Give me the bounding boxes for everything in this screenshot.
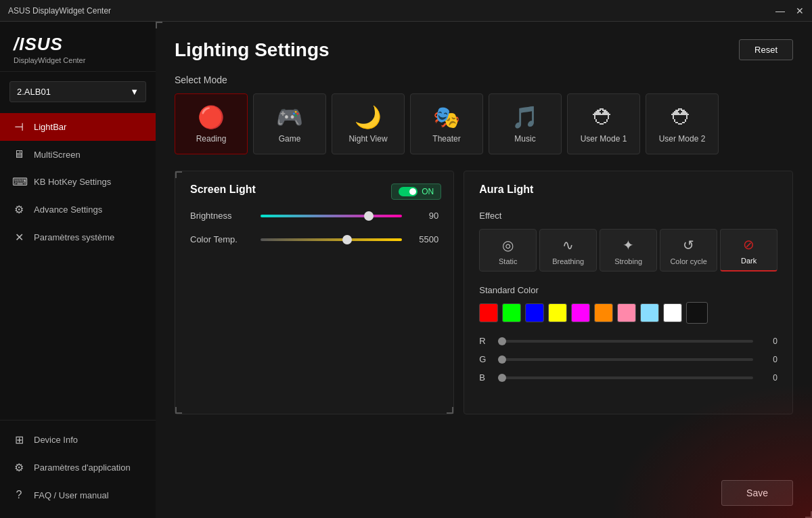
screen-light-panel: Screen Light ON Brightness 90 Color Temp…	[175, 171, 454, 414]
user1-icon: ⛑	[593, 105, 614, 130]
r-slider-row: R 0	[479, 336, 777, 346]
toggle-label: ON	[422, 187, 434, 196]
sidebar-item-device-info[interactable]: ⊞ Device Info	[0, 426, 156, 454]
r-thumb[interactable]	[498, 337, 506, 345]
g-value: 0	[761, 355, 777, 364]
brightness-track[interactable]	[261, 215, 402, 217]
mode-card-user2[interactable]: ⛑ User Mode 2	[646, 93, 719, 154]
color-swatch-custom[interactable]	[686, 302, 708, 324]
lightbar-icon: ⊣	[12, 121, 26, 133]
main-content: Lighting Settings Reset Select Mode 🔴 Re…	[156, 22, 812, 518]
sidebar-label-advance: Advance Settings	[34, 204, 102, 215]
color-temp-track[interactable]	[261, 238, 402, 241]
sidebar-item-advance[interactable]: ⚙ Advance Settings	[0, 196, 156, 223]
user2-label: User Mode 2	[659, 134, 706, 144]
breathing-icon: ∿	[562, 237, 574, 253]
sidebar-label-kb-hotkey: KB HotKey Settings	[34, 177, 111, 187]
save-button[interactable]: Save	[721, 480, 793, 506]
color-temp-thumb[interactable]	[342, 235, 352, 244]
effect-btn-strobing[interactable]: ✦ Strobing	[600, 229, 657, 272]
b-thumb[interactable]	[498, 374, 506, 382]
sidebar: /ISUS DisplayWidget Center 2.ALB01 ▼ ⊣ L…	[0, 22, 156, 518]
sidebar-item-app-settings[interactable]: ⚙ Paramètres d'application	[0, 454, 156, 481]
sidebar-item-lightbar[interactable]: ⊣ LightBar	[0, 113, 156, 141]
b-label: B	[479, 372, 490, 383]
screen-light-corner-br	[447, 407, 453, 414]
sidebar-item-faq[interactable]: ? FAQ / User manual	[0, 481, 156, 509]
app-settings-icon: ⚙	[12, 461, 26, 474]
b-track[interactable]	[498, 376, 753, 379]
color-temp-row: Color Temp. 5500	[190, 234, 438, 244]
effect-btn-static[interactable]: ◎ Static	[479, 229, 537, 272]
toggle-dot	[399, 187, 418, 196]
color-swatch-green[interactable]	[502, 303, 521, 322]
game-mode-label: Game	[279, 134, 301, 144]
theater-icon: 🎭	[433, 104, 460, 130]
g-label: G	[479, 354, 490, 364]
reading-mode-label: Reading	[196, 134, 227, 144]
r-track[interactable]	[498, 340, 753, 343]
brightness-label: Brightness	[190, 211, 251, 221]
color-swatch-yellow[interactable]	[548, 303, 567, 322]
sidebar-label-lightbar: LightBar	[34, 122, 66, 132]
breathing-label: Breathing	[552, 257, 584, 265]
dark-icon: ⊘	[743, 236, 754, 253]
parametres-sys-icon: ✕	[12, 231, 26, 244]
color-swatch-magenta[interactable]	[571, 303, 590, 322]
titlebar-controls: — ✕	[775, 5, 804, 16]
select-mode-label: Select Mode	[175, 74, 793, 85]
sidebar-label-faq: FAQ / User manual	[34, 490, 109, 500]
page-title: Lighting Settings	[175, 39, 793, 61]
effect-buttons: ◎ Static ∿ Breathing ✦ Strobing ↺ Color …	[479, 229, 777, 272]
mode-card-game[interactable]: 🎮 Game	[253, 93, 326, 154]
advance-icon: ⚙	[12, 203, 26, 216]
effect-btn-dark[interactable]: ⊘ Dark	[720, 229, 777, 272]
color-swatch-cyan[interactable]	[640, 303, 659, 322]
reset-button[interactable]: Reset	[739, 39, 793, 60]
effect-btn-breathing[interactable]: ∿ Breathing	[539, 229, 597, 272]
device-dropdown[interactable]: 2.ALB01 ▼	[9, 81, 146, 102]
sidebar-item-multiscreen[interactable]: 🖥 MultiScreen	[0, 141, 156, 168]
theater-label: Theater	[432, 134, 460, 144]
nav-items: ⊣ LightBar 🖥 MultiScreen ⌨ KB HotKey Set…	[0, 109, 156, 269]
dark-label: Dark	[741, 257, 757, 265]
g-thumb[interactable]	[498, 355, 506, 364]
sidebar-label-parametres-sys: Paramètres système	[34, 232, 114, 242]
mode-card-music[interactable]: 🎵 Music	[489, 93, 562, 154]
brightness-thumb[interactable]	[364, 211, 374, 221]
mode-card-theater[interactable]: 🎭 Theater	[410, 93, 483, 154]
color-swatch-red[interactable]	[479, 303, 498, 322]
color-cycle-label: Color cycle	[670, 257, 706, 265]
color-swatch-blue[interactable]	[525, 303, 544, 322]
color-swatch-white[interactable]	[663, 303, 682, 322]
strobing-label: Strobing	[614, 257, 642, 265]
mode-card-user1[interactable]: ⛑ User Mode 1	[567, 93, 640, 154]
device-dropdown-value: 2.ALB01	[17, 87, 51, 97]
sidebar-item-kb-hotkey[interactable]: ⌨ KB HotKey Settings	[0, 168, 156, 196]
close-button[interactable]: ✕	[796, 5, 804, 16]
user2-icon: ⛑	[671, 105, 693, 130]
mode-card-night-view[interactable]: 🌙 Night View	[332, 93, 405, 154]
color-swatch-pink[interactable]	[617, 303, 636, 322]
std-color-label: Standard Color	[479, 285, 777, 295]
minimize-button[interactable]: —	[775, 5, 785, 16]
sidebar-bottom: ⊞ Device Info ⚙ Paramètres d'application…	[0, 420, 156, 518]
g-slider-row: G 0	[479, 354, 777, 364]
screen-light-corner-bl	[175, 407, 182, 414]
color-temp-label: Color Temp.	[190, 234, 251, 244]
screen-light-toggle[interactable]: ON	[391, 184, 441, 200]
effect-btn-color-cycle[interactable]: ↺ Color cycle	[660, 229, 717, 272]
brightness-value: 90	[411, 211, 438, 221]
kb-hotkey-icon: ⌨	[12, 175, 26, 188]
aura-light-corner-tl	[156, 22, 162, 28]
titlebar-title: ASUS DisplayWidget Center	[8, 6, 111, 16]
sidebar-item-parametres-sys[interactable]: ✕ Paramètres système	[0, 223, 156, 251]
color-swatch-orange[interactable]	[594, 303, 613, 322]
sidebar-subtitle: DisplayWidget Center	[14, 56, 142, 64]
multiscreen-icon: 🖥	[12, 148, 26, 160]
r-label: R	[479, 336, 490, 346]
mode-card-reading[interactable]: 🔴 Reading	[175, 93, 248, 154]
g-track[interactable]	[498, 358, 753, 361]
game-mode-icon: 🎮	[276, 104, 303, 130]
effect-label: Effect	[479, 211, 777, 221]
